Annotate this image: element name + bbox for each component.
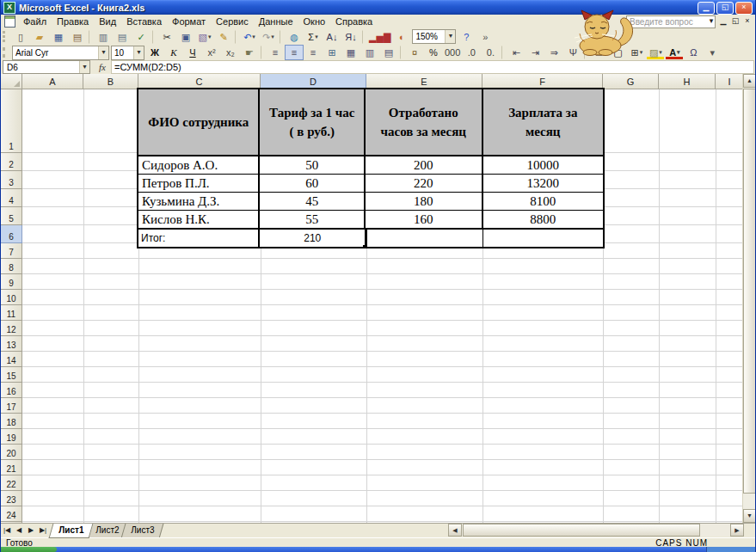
new-icon[interactable]: ▯ [11,29,30,45]
start-button[interactable] [1,547,57,552]
cell-F3[interactable]: 13200 [483,175,603,192]
borders-grid-icon[interactable]: ▦ [341,45,360,60]
symbol-icon[interactable]: Ω [684,45,703,60]
select-all-corner[interactable] [1,74,22,89]
increase-decimal-icon[interactable]: .0 [462,45,481,60]
dropdown-arrow-icon[interactable]: ▼ [98,46,108,59]
cell-D6-selected[interactable]: 210 [260,230,366,247]
row-header[interactable]: 18 [1,414,22,429]
column-header[interactable]: B [83,74,138,89]
column-header[interactable]: I [716,74,744,89]
column-header[interactable]: A [22,74,83,89]
decrease-decimal-icon[interactable]: 0. [481,45,500,60]
cut-icon[interactable]: ✂ [157,29,176,45]
insert-function-icon[interactable]: fx [99,62,106,72]
open-icon[interactable]: ▰ [30,29,49,45]
cell-E6[interactable] [366,230,483,247]
cell-C4[interactable]: Кузьмина Д.З. [138,193,260,210]
cell-C6-total-label[interactable]: Итог: [138,230,260,247]
row-header[interactable]: 22 [1,475,22,491]
row-header[interactable]: 8 [1,259,22,274]
row-header[interactable]: 14 [1,352,22,367]
horizontal-scrollbar[interactable]: ◀ ▶ [448,524,744,537]
print-preview-icon[interactable]: ▤ [113,29,132,45]
sep[interactable] [235,30,238,44]
worksheet-grid[interactable]: ABCDEFGHI 123456789101112131415161718192… [1,74,744,523]
superscript-icon[interactable]: x² [202,45,221,60]
cell-F2[interactable]: 10000 [483,156,603,174]
font-color-icon[interactable]: А [665,45,684,60]
cell-D3[interactable]: 60 [260,175,366,192]
sep[interactable] [261,46,264,59]
row-header[interactable]: 12 [1,321,22,336]
cell-E3[interactable]: 220 [366,175,483,192]
align-right-icon[interactable]: ≡ [304,45,323,60]
row-header[interactable]: 3 [1,171,22,189]
bold-icon[interactable]: Ж [145,45,164,60]
row-header[interactable]: 4 [1,189,22,207]
print-icon[interactable]: ▥ [94,29,113,45]
menu-item[interactable]: Правка [52,15,94,28]
sheet-tab[interactable]: Лист3 [121,524,164,538]
cell-E4[interactable]: 180 [366,193,483,210]
copy-icon[interactable]: ▣ [176,29,195,45]
menu-item[interactable]: Окно [298,15,331,28]
toolbar-grab-handle[interactable] [3,47,8,58]
row-header[interactable]: 20 [1,445,22,460]
sort-descending-icon[interactable]: Я↓ [341,29,360,45]
row-header[interactable]: 13 [1,336,22,352]
sep[interactable] [152,30,156,44]
row-header[interactable]: 6 [1,225,22,243]
dropdown-arrow-icon[interactable]: ▼ [79,61,89,73]
header-cell[interactable]: ФИО сотрудника [138,89,260,155]
row-header[interactable]: 19 [1,429,22,445]
menu-item[interactable]: Справка [330,15,378,28]
scroll-down-icon[interactable]: ▼ [743,509,756,523]
column-header[interactable]: G [603,74,659,89]
dropdown-arrow-icon[interactable]: ▼ [445,30,455,43]
style-hand-icon[interactable]: ☛ [240,45,259,60]
autosum-icon[interactable]: Σ [304,29,323,45]
text-direction-icon[interactable]: ⇒ [544,45,563,60]
formula-input[interactable]: =СУММ(D2:D5) [111,60,754,74]
office-assistant-cat[interactable] [564,9,640,56]
dropdown-arrow-icon[interactable]: ▼ [133,46,144,59]
row-header[interactable]: 11 [1,305,22,321]
sep[interactable] [501,46,505,59]
hyperlink-icon[interactable]: ◍ [285,29,304,45]
subscript-icon[interactable]: x₂ [221,45,240,60]
fill-color-icon[interactable]: ▨ [646,45,665,60]
next-sheet-icon[interactable]: ▶ [25,524,37,538]
percent-icon[interactable]: % [424,45,443,60]
header-cell[interactable]: Тариф за 1 час ( в руб.) [260,89,366,155]
row-header[interactable]: 23 [1,491,22,506]
thousands-icon[interactable]: 000 [443,45,462,60]
row-header[interactable]: 21 [1,460,22,475]
toolbar-options-icon[interactable]: ▾ [703,45,722,60]
header-cell[interactable]: Зарплата за месяц [483,89,603,155]
header-cell[interactable]: Отработано часов за месяц [366,89,483,155]
sep[interactable] [400,46,403,59]
currency-icon[interactable]: ¤ [405,45,424,60]
row-header[interactable]: 16 [1,383,22,398]
merge-center-icon[interactable]: ⊞ [323,45,341,60]
format-painter-icon[interactable]: ✎ [214,29,233,45]
cell-F4[interactable]: 8100 [483,193,603,210]
align-left-icon[interactable]: ≡ [266,45,285,60]
row-header[interactable]: 15 [1,367,22,383]
chart-wizard-icon[interactable]: ▂▅▇ [367,29,392,45]
italic-icon[interactable]: К [164,45,183,60]
sheet-tab[interactable]: Лист1 [49,524,94,538]
last-sheet-icon[interactable]: ▶| [37,524,49,538]
minimize-button[interactable]: ▁ [698,2,715,15]
toolbar-grab-handle[interactable] [3,31,8,42]
underline-icon[interactable]: Ч [183,45,202,60]
first-sheet-icon[interactable]: |◀ [1,524,13,538]
sep[interactable] [89,30,92,44]
cell-D4[interactable]: 45 [260,193,366,210]
scroll-right-icon[interactable]: ▶ [730,524,744,537]
column-header[interactable]: H [659,74,716,89]
cell-F5[interactable]: 8800 [483,211,603,228]
row-header[interactable]: 24 [1,506,22,522]
close-button[interactable]: × [735,2,753,15]
